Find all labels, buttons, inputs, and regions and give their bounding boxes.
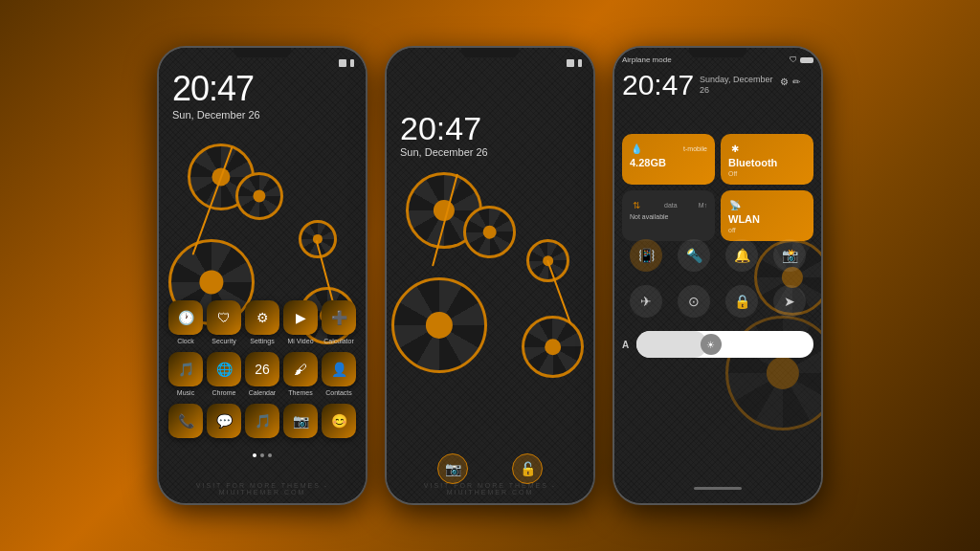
camera-shortcut[interactable]: 📷 — [437, 453, 468, 484]
tile-wlan-header: 📡 — [728, 198, 806, 211]
settings-quick-icon[interactable]: ⚙ — [780, 77, 789, 87]
phone3-time: 20:47 — [622, 69, 694, 101]
app-messages[interactable]: 💬 — [207, 404, 241, 438]
app-calendar[interactable]: 26 Calendar — [245, 352, 279, 396]
data-extra: M↑ — [699, 202, 707, 209]
data-sub: Not available — [630, 213, 707, 220]
watermark-1: VISIT FOR MORE THEMES - MIUITHEMER.COM — [159, 482, 366, 496]
brightness-knob[interactable]: ☀ — [701, 334, 722, 355]
brightness-label: A — [622, 340, 629, 350]
music-icon: 🎵 — [168, 352, 203, 386]
settings-icon: ⚙ — [245, 300, 279, 335]
security-label: Security — [212, 338, 235, 344]
phone2-date: Sun, December 26 — [400, 146, 488, 158]
phone3-date-line1: Sunday, December — [700, 75, 772, 85]
status-icons-3: 🛡 — [790, 55, 813, 64]
bt-value: Bluetooth — [728, 157, 806, 168]
chrome-icon: 🌐 — [207, 352, 241, 386]
airplane-btn[interactable]: ✈ — [630, 285, 662, 318]
mobile-label: t-mobile — [683, 145, 707, 152]
camera-icon: 📷 — [283, 404, 318, 438]
location-btn[interactable]: ➤ — [773, 285, 806, 318]
contacts-label: Contacts — [325, 389, 352, 396]
auto-rotation-btn[interactable]: ⊙ — [678, 285, 710, 318]
phone-shortcut[interactable]: 🔓 — [512, 453, 543, 484]
airplane-mode-label: Airplane mode — [622, 55, 672, 64]
signal-icon-2 — [578, 59, 582, 67]
page-indicator — [159, 453, 366, 457]
calendar-icon: 26 — [245, 352, 279, 386]
tile-mobile-header: 💧 t-mobile — [630, 142, 707, 155]
contacts-icon: 👤 — [322, 352, 356, 386]
home-indicator — [694, 487, 742, 490]
app-chrome[interactable]: 🌐 Chrome — [207, 352, 241, 396]
music-label: Music — [177, 389, 194, 396]
mivideo-icon: ▶ — [283, 300, 318, 335]
status-bar-2 — [387, 59, 593, 67]
tile-data-mobile[interactable]: ⇅ data M↑ Not available — [622, 190, 715, 241]
gear-9 — [522, 316, 584, 378]
app-music[interactable]: 🎵 Music — [168, 352, 203, 396]
battery-icon-2 — [567, 59, 574, 67]
clock-icon: 🕐 — [168, 300, 203, 335]
lock-screen-actions: 📷 🔓 — [387, 453, 593, 484]
clock-label: Clock — [177, 338, 194, 344]
tile-bt-header: ✱ — [728, 142, 806, 155]
phone3-date-line2: 26 — [700, 85, 772, 96]
vibrate-btn[interactable]: 📳 — [630, 239, 662, 272]
dnd-btn[interactable]: 🔔 — [725, 239, 758, 272]
brightness-row: A ☀ — [622, 331, 813, 358]
shield-status-icon: 🛡 — [790, 55, 797, 64]
control-row-2: ✈ ⊙ 🔒 ➤ — [622, 285, 813, 318]
phone2-time: 20:47 — [400, 110, 481, 147]
screenshot-btn[interactable]: 📸 — [773, 239, 806, 272]
status-bar-1 — [159, 59, 366, 67]
edit-quick-icon[interactable]: ✏ — [792, 77, 800, 87]
app-calculator[interactable]: ➕ Calculator — [322, 300, 356, 344]
app-contacts[interactable]: 👤 Contacts — [322, 352, 356, 396]
phone-2: 20:47 Sun, December 26 📷 🔓 VISIT FOR MOR… — [385, 46, 595, 505]
app-phone[interactable]: 📞 — [168, 404, 203, 438]
tile-wlan[interactable]: 📡 WLAN off — [721, 190, 813, 241]
wlan-icon: 📡 — [728, 198, 742, 211]
calendar-label: Calendar — [249, 389, 276, 396]
app-camera[interactable]: 📷 — [283, 404, 318, 438]
control-tiles: 💧 t-mobile 4.28GB ✱ Bluetooth Off ⇅ data — [622, 134, 813, 241]
phone1-time: 20:47 — [172, 69, 254, 109]
brightness-bar[interactable]: ☀ — [636, 331, 813, 358]
bt-sub: Off — [728, 170, 806, 177]
app-grid: 🕐 Clock 🛡 Security ⚙ Settings ▶ Mi Video… — [159, 300, 366, 446]
app-clock[interactable]: 🕐 Clock — [168, 300, 203, 344]
app-mivideo[interactable]: ▶ Mi Video — [283, 300, 318, 344]
calculator-icon: ➕ — [322, 300, 356, 335]
dot-3 — [268, 453, 272, 457]
app-music2[interactable]: 🎵 — [245, 404, 279, 438]
emoji-icon: 😊 — [322, 404, 356, 438]
flashlight-btn[interactable]: 🔦 — [678, 239, 710, 272]
brightness-fill — [636, 331, 707, 358]
lock-btn[interactable]: 🔒 — [725, 285, 758, 318]
watermark-2: VISIT FOR MORE THEMES - MIUITHEMER.COM — [387, 482, 593, 496]
gear-2 — [235, 172, 283, 220]
phone-icon: 📞 — [168, 404, 203, 438]
tile-bluetooth[interactable]: ✱ Bluetooth Off — [721, 134, 813, 185]
dot-2 — [260, 453, 264, 457]
gear-7 — [463, 206, 516, 258]
wallpaper-3 — [614, 48, 821, 503]
app-settings[interactable]: ⚙ Settings — [245, 300, 279, 344]
themes-icon: 🖌 — [283, 352, 318, 386]
app-row-3: 📞 💬 🎵 📷 😊 — [167, 404, 358, 438]
signal-icon — [350, 59, 354, 67]
music2-icon: 🎵 — [245, 404, 279, 438]
app-themes[interactable]: 🖌 Themes — [283, 352, 318, 396]
wlan-sub: off — [728, 227, 806, 233]
themes-label: Themes — [288, 389, 312, 396]
tile-mobile-data[interactable]: 💧 t-mobile 4.28GB — [622, 134, 715, 185]
mivideo-label: Mi Video — [287, 338, 313, 344]
chrome-label: Chrome — [212, 389, 236, 396]
dot-1 — [253, 453, 256, 457]
phone-1: 20:47 Sun, December 26 🕐 Clock 🛡 Securit… — [157, 46, 368, 505]
wlan-value: WLAN — [728, 213, 806, 225]
app-security[interactable]: 🛡 Security — [207, 300, 241, 344]
app-emoji[interactable]: 😊 — [322, 404, 356, 438]
